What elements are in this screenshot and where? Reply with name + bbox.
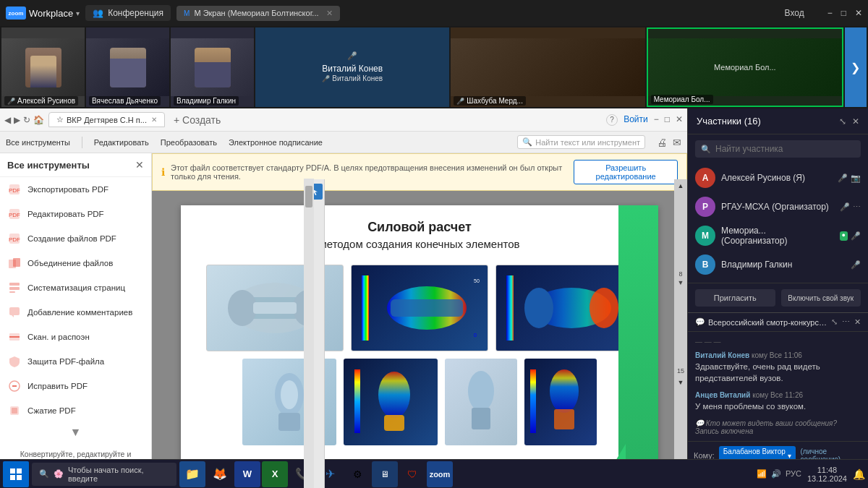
adobe-browser-tab[interactable]: ☆ ВКР Дегтярев С.Н п... ✕ [48,112,165,127]
svg-text:0: 0 [474,333,477,338]
allow-edit-button[interactable]: Разрешить редактирование [574,160,678,184]
sidebar-item-compress[interactable]: Сжатие PDF [0,398,151,423]
taskbar-app-zoom[interactable]: zoom [427,461,453,487]
comment-icon [7,305,22,320]
video-thumb-1[interactable]: 🎤 Алексей Русинов [1,27,85,107]
create-pdf-icon: PDF [7,231,22,246]
search-input-box[interactable]: 🔍 [695,140,861,158]
close-button[interactable]: ✕ [855,8,862,18]
participant-item-4: B Владимир Галкин 🎤 [688,250,868,279]
zoom-dropdown-arrow[interactable]: ▾ [76,9,80,17]
nav-refresh-icon[interactable]: ↻ [23,115,30,125]
sidebar-item-edit[interactable]: PDF Редактировать PDF [0,202,151,226]
convert-button[interactable]: Преобразовать [161,138,217,147]
sign-button[interactable]: Электронное подписание [229,138,323,147]
nav-home-icon[interactable]: 🏠 [33,115,44,125]
close-adobe-icon[interactable]: ✕ [676,114,683,126]
conference-tab[interactable]: 👥 Конференция [85,5,171,21]
chat-msg-header-1: Виталий Конев кому Все 11:06 [695,351,861,359]
chat-close-icon[interactable]: ✕ [854,317,861,327]
login-label[interactable]: Вход [785,8,804,18]
chat-time-1: 11:06 [784,351,802,359]
pdf-title: Силовой расчет [367,220,472,235]
scroll-arrow-up[interactable]: ▲ [678,182,684,189]
taskbar-app-word[interactable]: W [234,461,260,487]
word-icon: W [243,468,252,479]
taskbar-app-antivirus[interactable]: 🛡 [399,461,425,487]
video-thumb-4[interactable]: 🎤 Виталий Конев 🎤 Виталий Конев [255,27,449,107]
people-icon: 👥 [93,8,103,18]
all-tools-button[interactable]: Все инструменты [6,138,70,147]
print-icon[interactable]: 🖨 [657,137,667,148]
adobe-content: Все инструменты ✕ PDF Экспортировать PDF… [0,153,687,488]
sidebar-item-combine[interactable]: Объединение файлов [0,251,151,275]
nav-back-icon[interactable]: ◀ [4,115,11,125]
sidebar-scroll-down[interactable]: ▼ [0,423,151,442]
participant-icons-1: 🎤 📷 [838,174,861,183]
chat-to-label-2: кому Все [752,391,783,399]
zoom-icon-text: zoom [9,10,24,17]
chat-popout-icon[interactable]: ⤡ [831,317,838,327]
svg-text:PDF: PDF [9,236,20,243]
video-thumb-2[interactable]: Вячеслав Дьяченко [86,27,169,107]
minimize-adobe-icon[interactable]: − [654,114,659,126]
scroll-arrow-down-2[interactable]: ▼ [678,379,684,386]
arrow-right-icon: ❯ [851,61,860,74]
sidebar-item-repair[interactable]: Исправить PDF [0,374,151,398]
taskbar-app-explorer[interactable]: 📁 [179,461,205,487]
close-participants-icon[interactable]: ✕ [852,116,859,127]
nav-forward-icon[interactable]: ▶ [14,115,20,125]
edit-button[interactable]: Редактировать [94,138,149,147]
sidebar-items-list: PDF Экспортировать PDF PDF Редактировать… [0,177,151,442]
minimize-button[interactable]: − [827,8,833,18]
pdf-right-scrollbar[interactable]: ▲ 8 ▼ 15 ▼ ↻ 🔍 [674,179,687,488]
taskbar-app-remote[interactable]: 🖥 [372,461,398,487]
chat-header: 💬 Всероссийский смотр-конкурс в... ⤡ ⋯ ✕ [688,313,868,332]
screen-share-tab[interactable]: M M Экран (Мемориал Болтинског... ✕ [176,6,339,21]
sidebar-item-protect[interactable]: Защита PDF-файла [0,349,151,374]
adobe-tab-close-icon[interactable]: ✕ [151,116,157,124]
taskbar-app-unknown[interactable]: ⚙ [344,461,370,487]
taskbar-app-browser[interactable]: 🦊 [207,461,233,487]
scroll-number-15: 15 [677,367,684,374]
toolbar-separator-1 [82,137,82,148]
screen-tab-close[interactable]: ✕ [326,9,333,18]
adobe-search-box[interactable]: 🔍 Найти текст или инструмент [517,135,645,149]
taskbar-search[interactable]: 🔍 🌸 Чтобы начать поиск, введите [32,463,176,486]
chat-more-icon[interactable]: ⋯ [842,317,850,327]
sidebar-item-comment[interactable]: Добавление комментариев [0,300,151,325]
participants-search-input[interactable] [715,144,855,154]
pdf-left-scrollbar[interactable] [304,179,314,488]
start-button[interactable] [3,461,29,487]
svg-point-38 [378,372,410,418]
chat-message-2: Анцев Виталий кому Все 11:26 У меня проб… [695,391,861,412]
sidebar-item-organize[interactable]: Систематизация страниц [0,275,151,300]
sidebar-item-export[interactable]: PDF Экспортировать PDF [0,177,151,202]
pdf-images-top-row: 50 MPa 0 [206,265,633,351]
video-thumb-3[interactable]: Владимир Галкин [171,27,254,107]
login-button[interactable]: Войти [624,114,648,126]
maximize-button[interactable]: □ [841,8,846,18]
sidebar-item-scan[interactable]: Скан. и распоэн [0,325,151,349]
video-label-2: Вячеслав Дьяченко [89,96,161,106]
more-icon-2[interactable]: ⋯ [853,202,861,212]
video-thumb-5[interactable]: 🎤 Шахбуба Мерд... [451,27,644,107]
mute-all-button[interactable]: Включить свой звук [781,289,861,307]
sidebar-close-button[interactable]: ✕ [135,159,144,171]
taskbar-app-excel[interactable]: X [262,461,288,487]
email-icon[interactable]: ✉ [673,137,681,148]
help-icon[interactable]: ? [606,114,618,126]
pdf-scroll-area[interactable]: Силовой расчет методом создания конечных… [159,191,680,488]
fullscreen-adobe-icon[interactable]: □ [665,114,670,126]
popout-icon[interactable]: ⤡ [839,116,846,127]
participants-scroll-arrow[interactable]: ❯ [845,27,867,107]
sidebar-item-create[interactable]: PDF Создание файлов PDF [0,226,151,251]
window-controls: Вход − □ ✕ [785,8,862,18]
sidebar-item-label-organize: Систематизация страниц [27,283,125,292]
avatar-2: P [695,197,715,217]
add-tab-button[interactable]: + Создать [169,114,225,126]
video-thumb-6[interactable]: Мемориал Бол... Мемориал Бол... [647,27,843,107]
scroll-arrow-down-1[interactable]: ▼ [678,279,684,286]
invite-button[interactable]: Пригласить [695,289,775,307]
notification-icon[interactable]: 🔔 [853,468,865,480]
